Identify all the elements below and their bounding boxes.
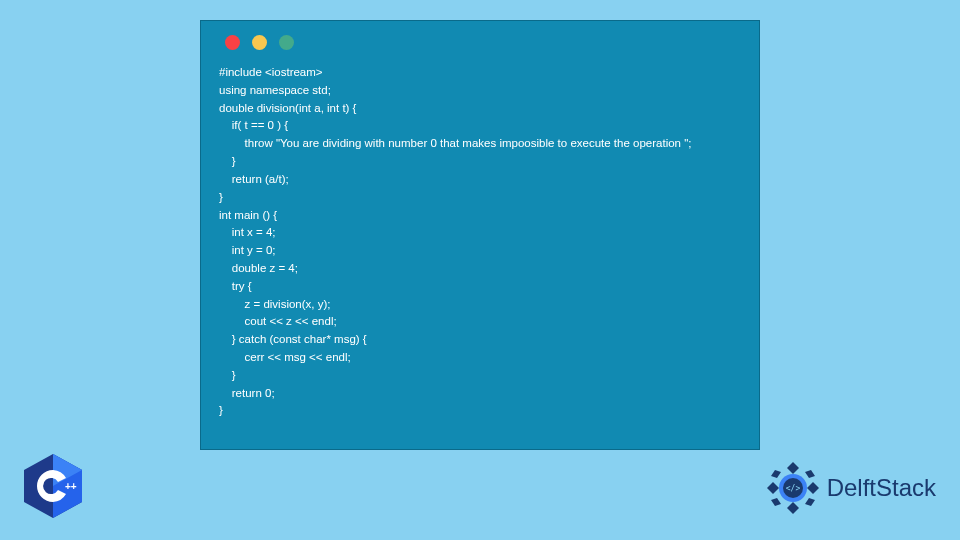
code-block: #include <iostream> using namespace std;… — [219, 64, 741, 420]
svg-text:</>: </> — [785, 484, 800, 493]
svg-marker-11 — [771, 470, 781, 478]
code-window: #include <iostream> using namespace std;… — [200, 20, 760, 450]
delftstack-logo-icon: </> — [765, 460, 821, 516]
window-close-icon[interactable] — [225, 35, 240, 50]
cpp-badge-icon: ++ — [22, 452, 84, 520]
window-maximize-icon[interactable] — [279, 35, 294, 50]
brand-badge: </> DelftStack — [765, 460, 936, 516]
svg-marker-9 — [771, 498, 781, 506]
traffic-lights — [225, 35, 741, 50]
svg-marker-5 — [787, 502, 799, 514]
svg-marker-10 — [805, 498, 815, 506]
brand-name: DelftStack — [827, 474, 936, 502]
svg-marker-7 — [807, 482, 819, 494]
svg-marker-6 — [767, 482, 779, 494]
svg-text:++: ++ — [65, 481, 77, 492]
svg-marker-8 — [805, 470, 815, 478]
svg-marker-4 — [787, 462, 799, 474]
window-minimize-icon[interactable] — [252, 35, 267, 50]
